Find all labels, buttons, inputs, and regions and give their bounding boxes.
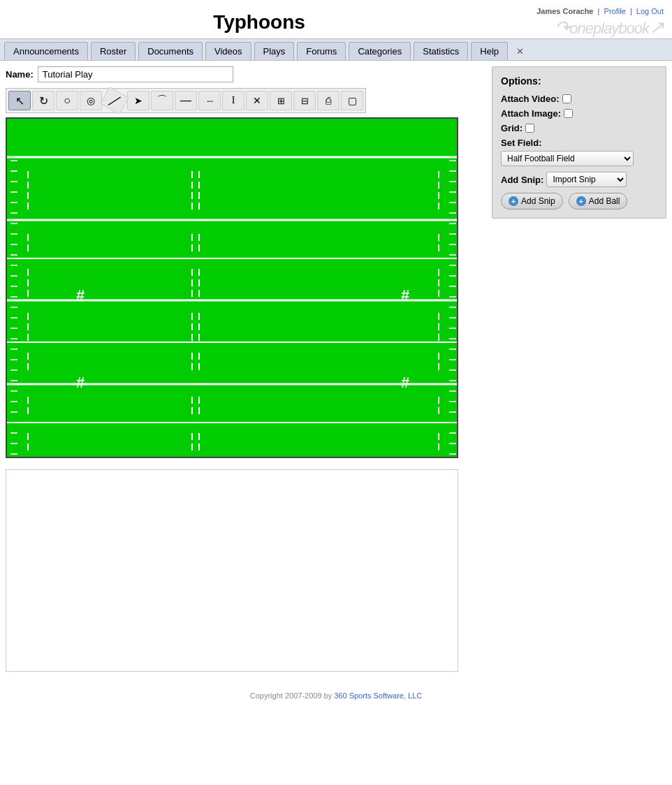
- filled-circle-tool[interactable]: ◎: [80, 91, 102, 110]
- dots-tool[interactable]: ···: [198, 91, 221, 110]
- svg-text:#: #: [401, 456, 409, 458]
- import-snip-select[interactable]: Import Snip: [546, 172, 627, 187]
- svg-rect-0: [7, 119, 458, 458]
- tab-close-button[interactable]: ✕: [511, 43, 529, 60]
- play-name-input[interactable]: [38, 66, 233, 82]
- grid-label: Grid:: [501, 123, 523, 133]
- attach-video-label: Attach Video:: [501, 94, 560, 104]
- svg-text:#: #: [401, 286, 409, 304]
- print-tool[interactable]: ⎙: [317, 91, 339, 110]
- tab-announcements[interactable]: Announcements: [4, 42, 88, 60]
- tab-roster[interactable]: Roster: [91, 42, 136, 60]
- attach-video-checkbox[interactable]: [562, 94, 571, 103]
- options-panel: Options: Attach Video: Attach Image: Gri…: [492, 66, 666, 219]
- frame-tool[interactable]: ▢: [341, 91, 363, 110]
- site-title: Typhoons: [8, 11, 510, 34]
- user-bar: James Corache | Profile | Log Out: [536, 6, 664, 17]
- footer: Copyright 2007-2009 by 360 Sports Softwa…: [0, 683, 672, 708]
- add-snip-label-btn: Add Snip: [521, 196, 555, 206]
- profile-link[interactable]: Profile: [604, 7, 626, 15]
- arrow-tool[interactable]: ➤: [127, 91, 149, 110]
- circle-tool[interactable]: ○: [56, 91, 78, 110]
- tab-videos[interactable]: Videos: [205, 42, 251, 60]
- line-tool[interactable]: ╱: [100, 87, 129, 115]
- tab-statistics[interactable]: Statistics: [414, 42, 468, 60]
- username: James Corache: [536, 7, 593, 15]
- tab-forums[interactable]: Forums: [297, 42, 346, 60]
- tab-help[interactable]: Help: [471, 42, 508, 60]
- options-title: Options:: [501, 75, 657, 87]
- text-tool[interactable]: I: [222, 91, 244, 110]
- notes-area[interactable]: [6, 469, 458, 672]
- tab-plays[interactable]: Plays: [254, 42, 295, 60]
- svg-text:#: #: [401, 374, 409, 391]
- add-ball-button[interactable]: + Add Ball: [569, 193, 628, 210]
- grid-checkbox[interactable]: [525, 124, 534, 133]
- svg-text:#: #: [76, 456, 85, 458]
- svg-text:#: #: [76, 374, 85, 391]
- svg-text:#: #: [76, 286, 85, 304]
- import-tool[interactable]: ⊟: [293, 91, 316, 110]
- add-snip-button[interactable]: + Add Snip: [501, 193, 563, 210]
- x-mark-tool[interactable]: ✕: [246, 91, 268, 110]
- logo: ↷oneplaybook↗: [555, 17, 664, 38]
- footer-link[interactable]: 360 Sports Software, LLC: [334, 691, 422, 700]
- logout-link[interactable]: Log Out: [636, 7, 664, 15]
- set-field-select[interactable]: Half Football Field Full Football Field …: [501, 151, 634, 166]
- add-ball-label-btn: Add Ball: [589, 196, 620, 206]
- football-field: # #: [6, 117, 458, 458]
- select-tool[interactable]: ↖: [8, 91, 31, 110]
- tab-categories[interactable]: Categories: [349, 42, 411, 60]
- name-label: Name:: [6, 69, 34, 80]
- dash-line-tool[interactable]: —: [175, 91, 197, 110]
- tab-documents[interactable]: Documents: [138, 42, 203, 60]
- arc-tool[interactable]: ⌒: [151, 91, 173, 110]
- play-diagram-tool[interactable]: ⊞: [270, 91, 292, 110]
- set-field-label: Set Field:: [501, 138, 542, 148]
- rotate-tool[interactable]: ↻: [32, 91, 54, 110]
- add-snip-label: Add Snip:: [501, 175, 543, 185]
- attach-image-label: Attach Image:: [501, 108, 561, 119]
- attach-image-checkbox[interactable]: [564, 109, 573, 118]
- field-svg: # #: [7, 119, 458, 458]
